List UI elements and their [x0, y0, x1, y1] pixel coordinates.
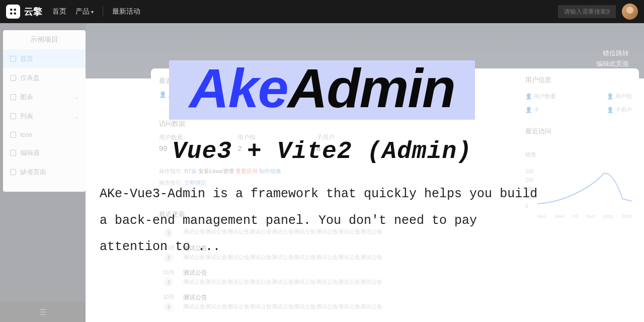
sales-label: 销售 — [525, 151, 632, 158]
nav-activity[interactable]: 最新活动 — [112, 7, 140, 16]
update-desc: 测试公告测试公告测试公告测试公告测试公告测试公告测试公告测试公告测试公告 — [183, 303, 382, 310]
chart-x-tick: 2022 — [622, 214, 632, 219]
sidebar-item-dashboard[interactable]: 仪表盘 — [3, 68, 86, 88]
sidebar-item-label: Icon — [20, 131, 33, 138]
sidebar-item-label: 缺省页面 — [20, 168, 46, 177]
card-title: 用户信息 — [525, 75, 632, 85]
svg-point-3 — [14, 13, 17, 15]
brand-name[interactable]: 云擎 — [24, 6, 42, 18]
dashboard-icon — [10, 75, 16, 81]
sidebar-item-label: 列表 — [20, 112, 33, 121]
sidebar-item-icon[interactable]: Icon — [3, 126, 86, 143]
icon-icon — [10, 132, 16, 138]
chevron-down-icon: ▾ — [91, 9, 94, 15]
chart-x-tick: 2021 — [603, 214, 613, 219]
page-icon — [10, 169, 16, 175]
nav-products-label: 产品 — [75, 7, 90, 16]
svg-point-2 — [10, 13, 13, 15]
chart-x-tick: Fri — [573, 214, 578, 219]
sidebar-item-empty[interactable]: 缺省页面 — [3, 163, 86, 182]
sidebar-item-charts[interactable]: 图表⌄ — [3, 88, 86, 107]
user-avatar[interactable] — [622, 4, 638, 20]
chevron-down-icon: ⌄ — [74, 95, 78, 100]
sidebar-collapse[interactable]: ☰ — [0, 302, 86, 322]
collapse-icon: ☰ — [39, 307, 46, 317]
sidebar-item-home[interactable]: 首页 — [3, 49, 86, 68]
nav-products[interactable]: 产品 ▾ — [75, 7, 94, 16]
hero-description: AKe-Vue3-Admin is a framework that quick… — [96, 181, 548, 261]
sidebar-item-label: 图表 — [20, 93, 33, 102]
sidebar-item-lists[interactable]: 列表⌄ — [3, 107, 86, 126]
recent-visit-label: 最近访问 — [525, 127, 632, 136]
editor-icon — [10, 150, 16, 156]
mini-stat-label: 子 — [534, 107, 539, 113]
update-item[interactable]: 10月3测试公告测试公告测试公告测试公告测试公告测试公告测试公告测试公告测试公告… — [159, 266, 566, 290]
update-month: 10月 — [159, 269, 178, 276]
brand-logo-icon — [6, 5, 20, 19]
sidebar-item-editor[interactable]: 编辑器 — [3, 143, 86, 163]
sidebar-item-label: 首页 — [20, 54, 33, 63]
visit-data-title: 访问数据 — [159, 119, 395, 128]
update-month: 10月 — [159, 293, 178, 301]
nav-divider — [103, 7, 103, 17]
home-icon — [10, 56, 16, 62]
chart-x-tick: Wed — [555, 214, 564, 219]
update-title: 测试公告 — [183, 293, 382, 302]
chart-y-tick: 300 — [525, 169, 534, 174]
hero-logo-part2: Admin — [288, 57, 455, 119]
search-input[interactable] — [558, 5, 616, 18]
hero-link-1[interactable]: 错位跳转 — [596, 48, 629, 59]
chevron-down-icon: ⌄ — [74, 114, 78, 119]
mini-stat-label: 用户组 — [615, 93, 632, 99]
hero-logo-part1: Ake — [189, 57, 288, 119]
sidebar: 示例项目 首页 仪表盘 图表⌄ 列表⌄ Icon 编辑器 缺省页面 — [3, 30, 86, 192]
nav-home[interactable]: 首页 — [52, 7, 66, 16]
tag-link[interactable]: BT版 — [184, 168, 197, 174]
sidebar-title: 示例项目 — [3, 30, 86, 49]
update-day: 3 — [164, 277, 174, 287]
chart-icon — [10, 94, 16, 100]
chart-x-tick: Sun — [587, 214, 595, 219]
tag-link[interactable]: 重置应用 — [235, 168, 258, 174]
svg-point-1 — [14, 9, 17, 11]
hero-link-2[interactable]: 编辑此页面 — [596, 59, 629, 69]
tags-prefix: 操作指引: — [159, 168, 183, 174]
hero-logo-band: AkeAdmin — [169, 60, 475, 120]
tag-link[interactable]: 安装Linux管理 — [198, 168, 233, 174]
mini-stat-label: 子用户 — [615, 107, 632, 113]
topbar: 云擎 首页 产品 ▾ 最新活动 — [0, 0, 644, 23]
update-desc: 测试公告测试公告测试公告测试公告测试公告测试公告测试公告测试公告测试公告 — [183, 278, 382, 286]
update-title: 测试公告 — [183, 269, 382, 277]
sidebar-item-label: 仪表盘 — [20, 73, 40, 83]
sidebar-item-label: 编辑器 — [20, 148, 40, 157]
list-icon — [10, 113, 16, 119]
update-day: 3 — [164, 302, 174, 312]
svg-point-0 — [10, 9, 13, 11]
update-item[interactable]: 10月3测试公告测试公告测试公告测试公告测试公告测试公告测试公告测试公告测试公告… — [159, 290, 566, 315]
hero-subtitle: Vue3 + Vite2 (Admin) — [172, 138, 472, 165]
tag-link[interactable]: 制作镜像 — [259, 168, 281, 174]
mini-stat-label: 用户数量 — [534, 93, 556, 99]
